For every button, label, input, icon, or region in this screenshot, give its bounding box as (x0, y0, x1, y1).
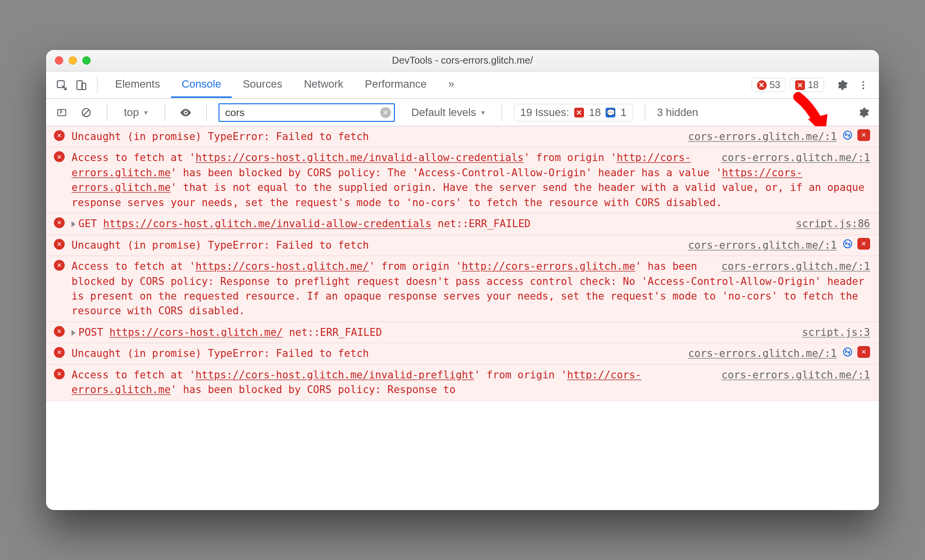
source-link[interactable]: cors-errors.glitch.me/:1 (688, 129, 837, 144)
tabs-overflow-icon[interactable]: » (438, 72, 465, 98)
errors-count-badge[interactable]: ✕ 53 (752, 78, 786, 92)
inline-url-link[interactable]: https://cors-host.glitch.me/invalid-allo… (195, 152, 524, 163)
error-icon: ✕ (54, 130, 65, 141)
source-link[interactable]: script.js:86 (796, 216, 870, 231)
source-link[interactable]: cors-errors.glitch.me/:1 (688, 346, 837, 361)
context-selector[interactable]: top (119, 104, 153, 121)
window-titlebar: DevTools - cors-errors.glitch.me/ (46, 50, 879, 71)
toggle-drawer-icon[interactable] (53, 104, 71, 121)
error-icon: ✕ (757, 80, 767, 90)
svg-point-12 (844, 348, 852, 356)
source-link[interactable]: cors-errors.glitch.me/:1 (722, 368, 870, 382)
svg-point-3 (862, 81, 864, 83)
error-icon: ✕ (54, 151, 65, 162)
inline-url-link[interactable]: https://cors-host.glitch.me/ (195, 260, 369, 272)
hide-message-icon[interactable]: ✕ (857, 129, 870, 141)
console-row[interactable]: ✕✕cors-errors.glitch.me/:1Uncaught (in p… (46, 343, 879, 364)
svg-point-4 (862, 84, 864, 86)
live-expression-icon[interactable] (177, 104, 195, 121)
message-text: POST https://cors-host.glitch.me/ net::E… (72, 325, 870, 340)
tab-sources[interactable]: Sources (232, 72, 293, 98)
errors-count: 53 (770, 79, 780, 91)
source-link[interactable]: cors-errors.glitch.me/:1 (688, 238, 837, 253)
warnings-count-badge[interactable]: ✕ 18 (790, 78, 824, 92)
clear-console-icon[interactable] (77, 104, 95, 121)
issue-icon: ✕ (795, 80, 805, 90)
inline-url-link[interactable]: https://cors-host.glitch.me/invalid-pref… (195, 369, 474, 381)
hide-message-icon[interactable]: ✕ (857, 346, 870, 358)
console-row[interactable]: ✕script.js:86GET https://cors-host.glitc… (46, 213, 879, 234)
net-status: net::ERR_FAILED (432, 218, 531, 230)
console-messages: ✕✕cors-errors.glitch.me/:1Uncaught (in p… (46, 126, 879, 510)
row-actions: ✕ (842, 346, 870, 358)
request-url-link[interactable]: https://cors-host.glitch.me/invalid-allo… (103, 218, 432, 230)
console-row[interactable]: ✕✕cors-errors.glitch.me/:1Uncaught (in p… (46, 235, 879, 256)
error-icon: ✕ (54, 239, 65, 250)
expand-triangle-icon[interactable] (72, 330, 75, 336)
svg-point-11 (844, 239, 852, 248)
error-icon: ✕ (54, 217, 65, 228)
console-filterbar: top ✕ Default levels 19 Issues: ✕ 18 💬 1… (46, 99, 879, 126)
hide-message-icon[interactable]: ✕ (857, 238, 870, 250)
device-mode-icon[interactable] (73, 76, 90, 94)
warnings-count: 18 (808, 79, 819, 91)
console-row[interactable]: ✕script.js:3POST https://cors-host.glitc… (46, 322, 879, 343)
clear-filter-icon[interactable]: ✕ (380, 107, 391, 118)
replay-xhr-icon[interactable] (842, 129, 853, 141)
more-menu-icon[interactable] (854, 76, 872, 94)
tab-network[interactable]: Network (293, 72, 354, 98)
settings-gear-icon[interactable] (833, 76, 851, 94)
devtools-tabsbar: Elements Console Sources Network Perform… (46, 71, 879, 99)
svg-rect-6 (58, 109, 66, 116)
row-actions: ✕ (842, 238, 870, 250)
svg-point-9 (184, 111, 186, 113)
devtools-window: DevTools - cors-errors.glitch.me/ Elemen… (46, 50, 879, 510)
issue-msg-icon: 💬 (606, 108, 615, 117)
expand-triangle-icon[interactable] (72, 221, 75, 227)
replay-xhr-icon[interactable] (842, 238, 853, 250)
inline-url-link[interactable]: https://cors-errors.glitch.me (72, 167, 803, 193)
log-levels-selector[interactable]: Default levels (407, 104, 490, 121)
error-icon: ✕ (54, 347, 65, 358)
source-link[interactable]: script.js:3 (802, 325, 870, 340)
error-icon: ✕ (54, 369, 65, 379)
issues-label: 19 Issues: (520, 106, 569, 119)
window-title: DevTools - cors-errors.glitch.me/ (46, 55, 879, 66)
console-row[interactable]: ✕cors-errors.glitch.me/:1Access to fetch… (46, 256, 879, 322)
error-icon: ✕ (54, 326, 65, 337)
request-url-link[interactable]: https://cors-host.glitch.me/ (109, 327, 283, 338)
console-row[interactable]: ✕cors-errors.glitch.me/:1Access to fetch… (46, 147, 879, 213)
source-link[interactable]: cors-errors.glitch.me/:1 (722, 150, 870, 165)
issues-errors-count: 18 (589, 106, 601, 119)
panel-tabs: Elements Console Sources Network Perform… (104, 72, 465, 98)
message-text: GET https://cors-host.glitch.me/invalid-… (72, 216, 870, 231)
divider (502, 104, 502, 121)
svg-line-8 (84, 110, 89, 115)
net-status: net::ERR_FAILED (283, 327, 382, 338)
error-icon: ✕ (54, 260, 65, 271)
http-method: GET (78, 218, 103, 230)
hidden-count[interactable]: 3 hidden (657, 106, 698, 119)
inspect-element-icon[interactable] (53, 76, 71, 94)
source-link[interactable]: cors-errors.glitch.me/:1 (722, 259, 870, 274)
filter-input[interactable] (219, 103, 395, 122)
divider (165, 104, 165, 121)
error-warning-counts: ✕ 53 ✕ 18 (752, 76, 873, 94)
console-row[interactable]: ✕✕cors-errors.glitch.me/:1Uncaught (in p… (46, 126, 879, 147)
tab-console[interactable]: Console (171, 72, 232, 98)
filter-input-wrap: ✕ (219, 103, 395, 122)
issue-error-icon: ✕ (574, 108, 584, 117)
divider (645, 104, 645, 121)
divider (206, 104, 207, 121)
replay-xhr-icon[interactable] (842, 346, 853, 358)
svg-point-5 (862, 87, 864, 89)
http-method: POST (78, 327, 109, 338)
console-settings-gear-icon[interactable] (854, 104, 872, 121)
inline-url-link[interactable]: http://cors-errors.glitch.me (462, 260, 635, 272)
tab-elements[interactable]: Elements (104, 72, 171, 98)
row-actions: ✕ (842, 129, 870, 141)
tab-performance[interactable]: Performance (354, 72, 438, 98)
console-row[interactable]: ✕cors-errors.glitch.me/:1Access to fetch… (46, 365, 879, 401)
issues-msgs-count: 1 (620, 106, 626, 119)
issues-summary[interactable]: 19 Issues: ✕ 18 💬 1 (514, 104, 633, 121)
